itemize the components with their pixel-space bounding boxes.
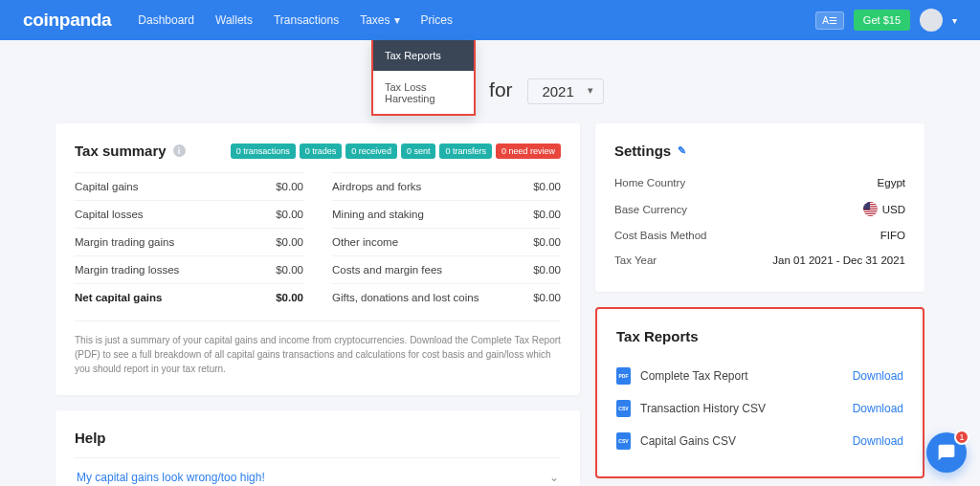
tax-reports-card: Tax Reports PDFComplete Tax Report Downl… [595,307,924,478]
flag-icon [863,202,878,216]
edit-icon[interactable]: ✎ [678,144,686,157]
account-chevron-icon[interactable]: ▾ [952,15,957,26]
download-link[interactable]: Download [853,369,903,383]
help-item[interactable]: My capital gains look wrong/too high!⌄ [75,457,561,486]
reports-title: Tax Reports [616,328,903,344]
badge-need-review[interactable]: 0 need review [496,144,561,159]
summary-badges: 0 transactions 0 trades 0 received 0 sen… [231,144,561,159]
badge-trades[interactable]: 0 trades [300,144,343,159]
navbar: coinpanda Dashboard Wallets Transactions… [0,0,980,40]
tax-summary-card: Tax summary i 0 transactions 0 trades 0 … [56,123,580,395]
chat-badge: 1 [954,430,969,445]
nav-taxes[interactable]: Taxes ▾ [360,13,399,27]
settings-title: Settings ✎ [614,143,905,159]
download-link[interactable]: Download [853,434,903,448]
download-link[interactable]: Download [853,402,903,415]
dropdown-tax-reports[interactable]: Tax Reports [373,40,474,71]
chevron-down-icon: ▾ [394,13,400,27]
page-title: Tax Reports for 2021 [0,78,980,104]
report-row: PDFComplete Tax Report Download [616,360,903,392]
badge-received[interactable]: 0 received [345,144,397,159]
settings-row: Home CountryEgypt [614,170,905,195]
get-referral-button[interactable]: Get $15 [854,10,910,31]
summary-row: Capital losses$0.00 [75,200,303,228]
help-title: Help [75,430,561,446]
settings-card: Settings ✎ Home CountryEgypt Base Curren… [595,123,924,292]
translate-button[interactable]: A☰ [815,11,844,30]
badge-transactions[interactable]: 0 transactions [231,144,296,159]
csv-icon: CSV [616,432,631,450]
summary-row: Capital gains$0.00 [75,172,303,200]
tax-summary-title: Tax summary i [75,143,186,159]
avatar[interactable] [920,9,943,32]
chevron-down-icon: ⌄ [549,471,559,484]
report-row: CSVCapital Gains CSV Download [616,425,903,457]
year-select[interactable]: 2021 [527,78,603,104]
summary-row-net: Net capital gains$0.00 [75,283,303,311]
badge-transfers[interactable]: 0 transfers [439,144,492,159]
nav-links: Dashboard Wallets Transactions Taxes ▾ P… [138,13,453,27]
summary-row: Other income$0.00 [332,228,561,255]
chat-button[interactable]: 1 [926,432,967,473]
nav-wallets[interactable]: Wallets [215,13,253,27]
settings-row: Base CurrencyUSD [614,195,905,223]
summary-row: Margin trading gains$0.00 [75,228,303,255]
logo[interactable]: coinpanda [23,10,111,31]
nav-right: A☰ Get $15 ▾ [815,9,957,32]
settings-row: Tax YearJan 01 2021 - Dec 31 2021 [614,248,905,273]
help-card: Help My capital gains look wrong/too hig… [56,410,580,486]
summary-row: Gifts, donations and lost coins$0.00 [332,283,561,311]
taxes-dropdown: Tax Reports Tax Loss Harvesting [371,40,476,116]
summary-note: This is just a summary of your capital g… [75,320,561,376]
settings-row: Cost Basis MethodFIFO [614,223,905,248]
report-row: CSVTransaction History CSV Download [616,392,903,425]
info-icon[interactable]: i [173,144,186,157]
nav-left: coinpanda Dashboard Wallets Transactions… [23,10,453,31]
chat-icon [937,443,956,462]
dropdown-tax-loss-harvesting[interactable]: Tax Loss Harvesting [373,71,474,114]
summary-row: Mining and staking$0.00 [332,200,561,228]
pdf-icon: PDF [616,367,631,385]
badge-sent[interactable]: 0 sent [401,144,436,159]
summary-row: Airdrops and forks$0.00 [332,172,561,200]
nav-prices[interactable]: Prices [421,13,453,27]
csv-icon: CSV [616,400,631,417]
summary-row: Margin trading losses$0.00 [75,255,303,283]
summary-row: Costs and margin fees$0.00 [332,255,561,283]
nav-transactions[interactable]: Transactions [274,13,339,27]
nav-dashboard[interactable]: Dashboard [138,13,194,27]
